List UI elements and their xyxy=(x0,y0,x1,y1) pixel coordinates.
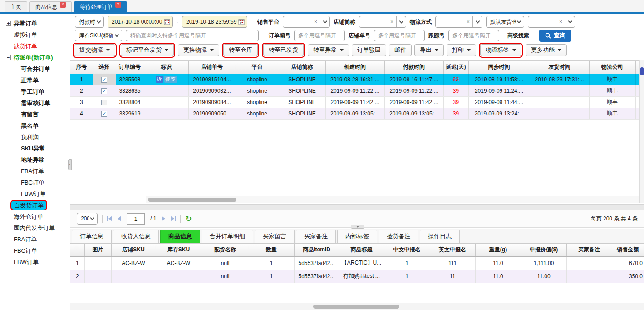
sidebar-item-fbc-sub[interactable]: FBC订单 xyxy=(0,177,69,188)
tracking-input[interactable]: 多个用逗号隔开 xyxy=(448,30,499,41)
table-row[interactable]: 1 ✓ 3235508 拆便签 20190815104... shopline … xyxy=(70,74,639,85)
export-button[interactable]: 导出 xyxy=(414,44,444,56)
tab-consignee-info[interactable]: 收货人信息 xyxy=(113,230,159,243)
first-page-icon[interactable] xyxy=(107,216,112,221)
sidebar-item-new-orders[interactable]: − 待派单(新订单) xyxy=(0,52,69,63)
combo-dropdown-button[interactable] xyxy=(565,16,575,27)
logistics-value[interactable] xyxy=(436,16,464,27)
col-shipped[interactable]: 发货时间 xyxy=(530,61,589,74)
advanced-search-link[interactable]: 高级搜索 xyxy=(507,32,529,40)
warehouse-select[interactable]: 默认发货仓库 xyxy=(486,16,524,28)
tab-pending-orders[interactable]: 等待处理订单 × xyxy=(74,1,127,12)
sidebar-item-abnormal-orders[interactable]: + 异常订单 xyxy=(0,18,69,29)
clear-x-icon[interactable]: × xyxy=(556,19,565,25)
shop-order-input[interactable]: 多个用逗号隔开 xyxy=(374,30,425,41)
mark-platform-shipped-button[interactable]: 标记平台发货 xyxy=(121,44,174,56)
tree-collapse-icon[interactable]: − xyxy=(6,55,11,60)
col-stock-sku[interactable]: 库存SKU xyxy=(156,244,202,256)
col-quantity[interactable]: 数量 xyxy=(249,244,294,256)
cell-select[interactable] xyxy=(93,96,116,108)
col-synced[interactable]: 同步时间 xyxy=(468,61,530,74)
checkbox[interactable]: ✓ xyxy=(101,77,107,83)
close-icon[interactable]: × xyxy=(60,2,66,8)
tab-order-info[interactable]: 订单信息 xyxy=(72,230,112,243)
warehouse-combobox[interactable]: × xyxy=(528,16,575,28)
date-from-input[interactable]: 2017-10-18 00:00:00 xyxy=(108,16,173,28)
mail-button[interactable]: 邮件 xyxy=(389,44,412,56)
logistics-combobox[interactable]: × xyxy=(435,16,482,28)
sidebar-item-fbw[interactable]: FBW订单 xyxy=(0,256,69,268)
shop-value[interactable] xyxy=(359,16,388,27)
tree-expand-icon[interactable]: + xyxy=(6,21,11,26)
col-weight[interactable]: 重量(g) xyxy=(475,244,521,256)
checkbox[interactable] xyxy=(101,100,107,105)
sidebar-item-sku-abnormal[interactable]: SKU异常 xyxy=(0,143,69,154)
close-icon[interactable]: × xyxy=(115,2,121,8)
tab-operation-log[interactable]: 操作日志 xyxy=(420,230,460,243)
clear-x-icon[interactable]: × xyxy=(311,19,320,25)
sku-search-input[interactable]: 精确查询时支持多个用逗号隔开 xyxy=(126,30,259,41)
collapse-panel-icon[interactable] xyxy=(351,225,364,229)
col-platform[interactable]: 平台 xyxy=(236,61,279,74)
sidebar-item-overseas-warehouse[interactable]: 海外仓订单 xyxy=(0,211,69,222)
col-declared-value[interactable]: 申报价值($) xyxy=(521,244,566,256)
cell-select[interactable]: ✓ xyxy=(93,74,116,85)
order-no-input[interactable]: 多个用逗号隔开 xyxy=(294,30,345,41)
tab-product-info-detail[interactable]: 商品信息 xyxy=(160,230,200,243)
last-page-icon[interactable] xyxy=(171,216,176,221)
refresh-icon[interactable]: ↻ xyxy=(185,215,192,223)
table-row[interactable]: 3 3328804 20190909034... shopline SHOPLI… xyxy=(70,96,639,108)
tab-product-info[interactable]: 商品信息 × xyxy=(29,1,72,12)
combo-dropdown-button[interactable] xyxy=(320,16,329,27)
platform-value[interactable] xyxy=(283,16,311,27)
bottom-horizontal-scrollbar[interactable] xyxy=(70,303,644,310)
sidebar-item-virtual-orders[interactable]: 虚拟订单 xyxy=(0,29,69,40)
to-abnormal-button[interactable]: 转至异常 xyxy=(308,44,349,56)
col-shop-sku[interactable]: 店铺SKU xyxy=(111,244,156,256)
col-shop-order-no[interactable]: 店铺单号 xyxy=(188,61,236,74)
tab-buyer-note[interactable]: 买家备注 xyxy=(296,230,336,243)
sidebar-item-fba[interactable]: FBA订单 xyxy=(0,234,69,245)
sidebar-item-address-abnormal[interactable]: 地址异常 xyxy=(0,154,69,165)
warehouse-filter-value[interactable] xyxy=(528,16,556,27)
table-row[interactable]: 2 ✓ 3328635 20190909032... shopline SHOP… xyxy=(70,85,639,96)
calendar-icon[interactable] xyxy=(164,19,170,25)
table-row[interactable]: 4 ✓ 3329619 20190909050... shopline SHOP… xyxy=(70,108,639,119)
scrollbar-thumb[interactable] xyxy=(313,305,399,309)
detail-row[interactable]: 1 AC-BZ-W AC-BZ-W null 1 5d5537fad42... … xyxy=(70,256,644,270)
sidebar-item-blacklist[interactable]: 黑名单 xyxy=(0,120,69,131)
more-functions-button[interactable]: 更多功能 xyxy=(526,44,567,56)
detail-row[interactable]: 2 null 1 5d5537fad42... 有加购品test ... 1 1… xyxy=(70,270,644,283)
sidebar-item-outofstock-orders[interactable]: 缺货订单 xyxy=(0,40,69,52)
clear-x-icon[interactable]: × xyxy=(464,19,472,25)
horizontal-scrollbar[interactable] xyxy=(146,196,639,203)
search-button[interactable]: 查询 xyxy=(539,30,571,42)
sidebar-item-fbc[interactable]: FBC订单 xyxy=(0,245,69,256)
splitter-collapse-icon[interactable]: ‹ xyxy=(68,159,72,170)
platform-combobox[interactable]: × xyxy=(283,16,330,28)
col-picking-name[interactable]: 配货名称 xyxy=(202,244,249,256)
col-sales-amount[interactable]: 销售金额 xyxy=(612,244,644,256)
col-delay[interactable]: 延迟(天) xyxy=(443,61,468,74)
cell-select[interactable]: ✓ xyxy=(93,85,116,96)
order-reject-button[interactable]: 订单驳回 xyxy=(352,44,386,56)
page-size-select[interactable]: 200 xyxy=(77,213,98,225)
col-en-declared-name[interactable]: 英文申报名 xyxy=(430,244,475,256)
col-logistics[interactable]: 物流公司 xyxy=(589,61,635,74)
to-warehouse-button[interactable]: 转至仓库 xyxy=(223,44,258,56)
tab-buyer-message[interactable]: 买家留言 xyxy=(255,230,295,243)
checkbox[interactable]: ✓ xyxy=(101,111,107,117)
col-order-no[interactable]: 订单编号 xyxy=(116,61,144,74)
sidebar-item-domestic-dropship[interactable]: 国内代发仓订单 xyxy=(0,222,69,234)
change-logistics-button[interactable]: 更换物流 xyxy=(178,44,219,56)
col-select[interactable]: 选择 xyxy=(93,61,116,74)
col-tags[interactable]: 标识 xyxy=(144,61,188,74)
to-shipped-button[interactable]: 转至已发货 xyxy=(263,44,304,56)
col-created[interactable]: 创建时间 xyxy=(325,61,384,74)
col-buyer-note[interactable]: 买家备注 xyxy=(566,244,612,256)
clear-x-icon[interactable]: × xyxy=(388,19,396,25)
scrollbar-thumb[interactable] xyxy=(148,198,236,202)
tab-internal-tags[interactable]: 内部标签 xyxy=(337,230,377,243)
sidebar-item-self-shipping[interactable]: 自发货订单 xyxy=(0,200,69,211)
col-product-title[interactable]: 商品标题 xyxy=(339,244,384,256)
